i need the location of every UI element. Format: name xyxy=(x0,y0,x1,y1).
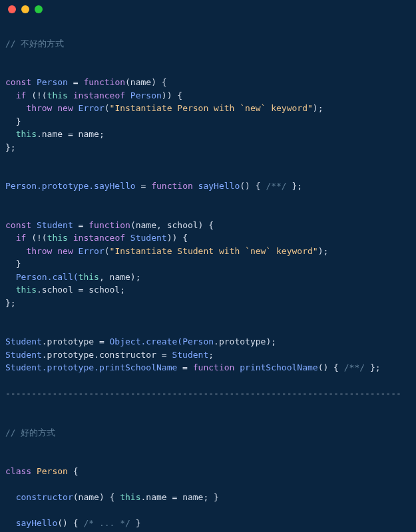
comment-good: // 好的方式 xyxy=(5,428,55,438)
minimize-icon[interactable] xyxy=(21,5,29,13)
comment-bad: // 不好的方式 xyxy=(5,39,64,49)
kw-const: const xyxy=(5,77,31,87)
ident-person: Person xyxy=(37,77,68,87)
close-icon[interactable] xyxy=(8,5,16,13)
window-titlebar xyxy=(0,0,416,19)
separator: ----------------------------------------… xyxy=(5,388,401,398)
maximize-icon[interactable] xyxy=(35,5,43,13)
code-editor: // 不好的方式 const Person = function(name) {… xyxy=(0,19,416,532)
